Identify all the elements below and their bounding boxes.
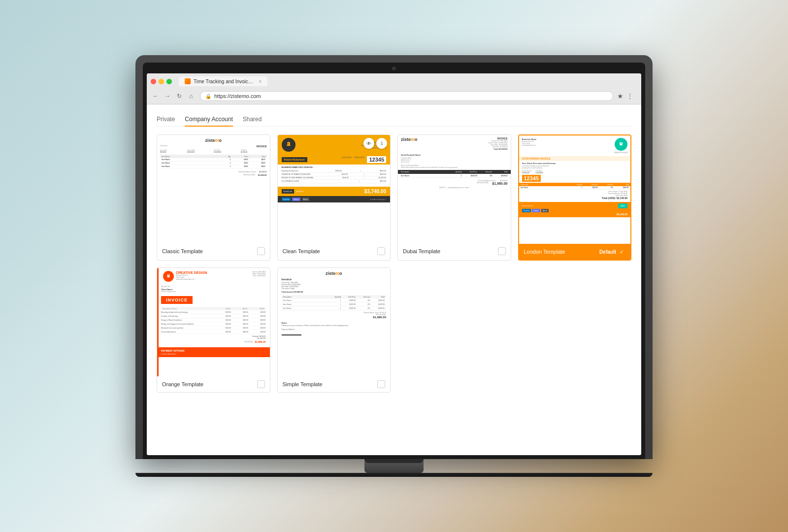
simple-checkbox[interactable] — [377, 380, 385, 388]
dubai-logo: zistemo — [401, 137, 418, 150]
laptop-wrapper: Time Tracking and Invoicing in ... × ← →… — [135, 55, 653, 477]
tab-shared[interactable]: Shared — [243, 113, 262, 127]
london-logo — [615, 138, 627, 151]
template-card-dubai[interactable]: zistemo INVOICE Invoice No. INV-0001 Inv… — [397, 134, 511, 261]
dubai-checkbox[interactable] — [498, 247, 506, 255]
template-card-london[interactable]: Business Name Business Street 15City, Co… — [518, 134, 632, 261]
london-checkbox[interactable]: ✓ — [618, 248, 625, 256]
template-card-orange[interactable]: CREATIVE DESIGN Business Street 15 City,… — [157, 267, 270, 393]
refresh-button[interactable]: ↻ — [174, 91, 184, 101]
orange-preview: CREATIVE DESIGN Business Street 15 City,… — [157, 268, 270, 376]
tab-private[interactable]: Private — [157, 113, 175, 127]
nav-buttons: ← → ↻ ⌂ — [151, 91, 196, 101]
svg-point-2 — [288, 142, 289, 143]
svg-point-8 — [168, 274, 169, 275]
screen: Time Tracking and Invoicing in ... × ← →… — [147, 73, 641, 455]
template-card-classic[interactable]: zistemo Customer INVOICE Invoice No.INV-… — [157, 134, 270, 261]
orange-logo-icon — [163, 271, 174, 282]
simple-preview: zistemo Invoice Invoice No. INV-0001 Inv… — [278, 268, 391, 376]
tab-company-account[interactable]: Company Account — [185, 113, 232, 127]
laptop-base — [364, 459, 424, 473]
tab-title: Time Tracking and Invoicing in ... — [194, 79, 254, 84]
simple-label: Simple Template — [278, 376, 391, 392]
classic-checkbox[interactable] — [257, 247, 265, 255]
classic-label: Classic Template — [157, 243, 270, 259]
laptop-notch — [364, 459, 424, 463]
nav-tabs: Private Company Account Shared — [157, 112, 631, 127]
london-preview: Business Name Business Street 15City, Co… — [519, 135, 631, 244]
page-content: Private Company Account Shared zistemo — [147, 104, 641, 455]
browser-tab[interactable]: Time Tracking and Invoicing in ... × — [179, 76, 267, 86]
forward-button[interactable]: → — [163, 91, 172, 101]
classic-preview: zistemo Customer INVOICE Invoice No.INV-… — [157, 135, 270, 243]
camera — [392, 66, 396, 70]
clean-preview: 👁 ⇩ — [278, 135, 391, 243]
template-grid: zistemo Customer INVOICE Invoice No.INV-… — [157, 134, 631, 393]
menu-icon[interactable]: ⋮ — [626, 92, 633, 100]
traffic-lights — [151, 79, 172, 84]
simple-total: $1,886.00 — [282, 316, 387, 319]
orange-checkbox[interactable] — [257, 380, 265, 388]
dubai-total: $1,960.00 — [492, 182, 507, 185]
browser-controls: Time Tracking and Invoicing in ... × — [151, 76, 637, 86]
address-bar[interactable]: 🔒 https://zistemo.com — [200, 91, 613, 101]
url-text: https://zistemo.com — [214, 93, 261, 99]
template-card-simple[interactable]: zistemo Invoice Invoice No. INV-0001 Inv… — [277, 267, 391, 393]
tab-close-icon[interactable]: × — [259, 79, 262, 84]
simple-logo: zistemo — [282, 271, 387, 276]
laptop-base-bottom — [135, 473, 653, 477]
preview-download-icon[interactable]: ⇩ — [376, 138, 387, 149]
clean-label: Clean Template — [278, 243, 391, 259]
orange-invoice-label: INVOICE — [161, 296, 193, 304]
dubai-label: Dubai Template — [398, 243, 511, 259]
address-bar-row: ← → ↻ ⌂ 🔒 https://zistemo.com ★ ⋮ — [151, 89, 637, 104]
bookmark-icon[interactable]: ★ — [617, 92, 624, 100]
clean-total: $3,740.00 — [364, 189, 387, 194]
home-button[interactable]: ⌂ — [186, 91, 196, 101]
preview-actions: 👁 ⇩ — [363, 138, 387, 149]
close-button[interactable] — [151, 79, 156, 84]
dubai-preview: zistemo INVOICE Invoice No. INV-0001 Inv… — [398, 135, 511, 243]
orange-label: Orange Template — [157, 376, 270, 392]
browser-chrome: Time Tracking and Invoicing in ... × ← →… — [147, 73, 641, 104]
classic-logo: zistemo — [160, 138, 267, 143]
tab-favicon — [185, 78, 191, 84]
clean-logo — [282, 138, 296, 152]
back-button[interactable]: ← — [151, 91, 161, 101]
template-card-clean[interactable]: 👁 ⇩ — [277, 134, 391, 261]
browser-actions: ★ ⋮ — [617, 92, 633, 100]
laptop-body: Time Tracking and Invoicing in ... × ← →… — [135, 55, 653, 459]
svg-point-5 — [621, 141, 622, 142]
london-label: London Template Default ✓ — [519, 244, 631, 260]
clean-checkbox[interactable] — [377, 247, 385, 255]
london-pay-btn[interactable]: PAY — [618, 203, 627, 208]
minimize-button[interactable] — [159, 79, 164, 84]
preview-eye-icon[interactable]: 👁 — [363, 138, 374, 149]
screen-bezel: Time Tracking and Invoicing in ... × ← →… — [143, 63, 645, 459]
ssl-icon: 🔒 — [205, 94, 211, 99]
maximize-button[interactable] — [166, 79, 172, 84]
